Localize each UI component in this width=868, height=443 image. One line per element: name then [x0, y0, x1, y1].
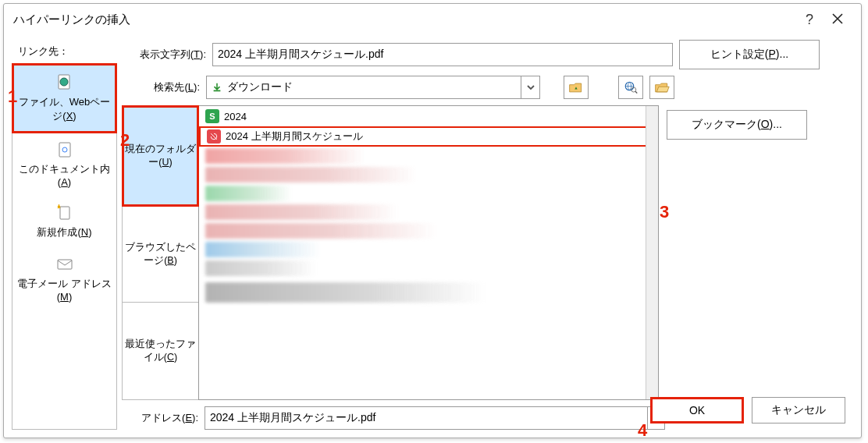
link-to-label: リンク先：	[18, 44, 117, 58]
callout-3: 3	[660, 202, 669, 222]
file-list-scrollbar[interactable]	[646, 106, 658, 399]
file-item[interactable]: 2024 上半期月間スケジュール	[199, 126, 658, 147]
cancel-button[interactable]: キャンセル	[752, 397, 845, 424]
tab-recent-files[interactable]: 最近使ったファイル(C)	[123, 303, 198, 399]
file-name: 2024	[224, 111, 247, 122]
file-list[interactable]: S 2024 2024 上半期月間スケジュール	[198, 105, 659, 400]
sidebar-item-label: このドキュメント内(A)	[16, 162, 113, 188]
email-icon	[55, 255, 74, 274]
display-text-input[interactable]	[212, 43, 673, 66]
file-name: 2024 上半期月間スケジュール	[226, 129, 363, 144]
look-in-value: ダウンロード	[227, 80, 521, 94]
callout-1: 1	[8, 87, 17, 107]
svg-rect-5	[58, 260, 72, 269]
ok-button[interactable]: OK	[650, 397, 744, 424]
up-folder-button[interactable]	[564, 76, 589, 99]
tab-current-folder[interactable]: 現在のフォルダー(U)	[122, 105, 199, 207]
tab-browsed-pages[interactable]: ブラウズしたページ(B)	[123, 206, 198, 303]
sidebar-item-label: ファイル、Webページ(X)	[17, 95, 112, 123]
address-label: アドレス(E):	[122, 406, 198, 430]
bookmark-button[interactable]: ブックマーク(O)...	[667, 110, 807, 140]
look-in-label: 検索先(L):	[122, 76, 200, 99]
browse-file-button[interactable]	[649, 76, 674, 99]
sidebar-item-new[interactable]: 新規作成(N)	[12, 196, 116, 247]
file-item[interactable]: S 2024	[199, 106, 658, 126]
svg-rect-4	[60, 207, 69, 219]
address-combo[interactable]: 2024 上半期月間スケジュール.pdf	[205, 406, 665, 430]
pdf-icon	[207, 129, 221, 144]
sidebar-item-label: 電子メール アドレス(M)	[16, 277, 113, 303]
svg-rect-2	[59, 143, 70, 157]
new-document-icon	[55, 204, 74, 222]
help-button[interactable]: ?	[795, 12, 824, 28]
callout-2: 2	[120, 130, 130, 151]
close-button[interactable]	[824, 12, 852, 27]
callout-4: 4	[638, 420, 647, 441]
document-icon	[55, 140, 74, 159]
sidebar-item-email[interactable]: 電子メール アドレス(M)	[12, 247, 116, 310]
look-in-combo[interactable]: ダウンロード	[206, 76, 540, 99]
browse-web-button[interactable]	[618, 76, 643, 99]
dialog-title: ハイパーリンクの挿入	[13, 12, 795, 27]
globe-page-icon	[55, 73, 74, 92]
sidebar-item-label: 新規作成(N)	[37, 225, 91, 239]
display-text-label: 表示文字列(T):	[122, 43, 206, 66]
sidebar-item-file-web[interactable]: ファイル、Webページ(X)	[12, 63, 117, 133]
svg-point-1	[60, 78, 68, 86]
hint-settings-button[interactable]: ヒント設定(P)...	[679, 40, 820, 69]
spreadsheet-icon: S	[205, 109, 219, 123]
look-in-dropdown-button[interactable]	[521, 76, 539, 98]
download-icon	[207, 82, 227, 93]
address-value: 2024 上半期月間スケジュール.pdf	[205, 409, 647, 427]
sidebar-item-document[interactable]: このドキュメント内(A)	[12, 133, 116, 196]
